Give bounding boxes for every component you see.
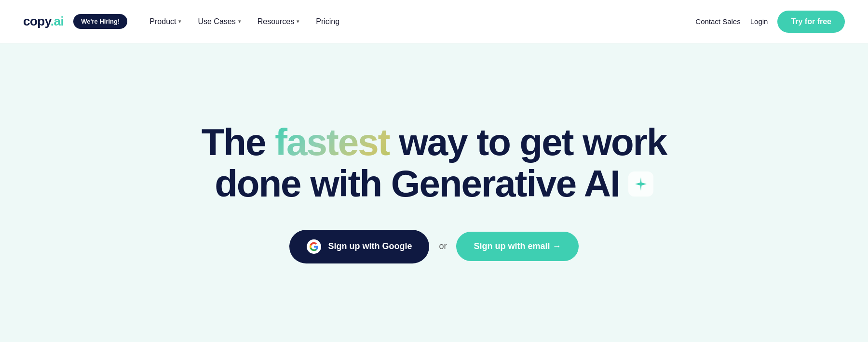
navbar: copy.ai We're Hiring! Product ▾ Use Case… xyxy=(0,0,868,43)
navbar-left: copy.ai We're Hiring! xyxy=(23,14,127,29)
nav-item-product[interactable]: Product ▾ xyxy=(143,13,188,30)
hero-title-after: way to get work xyxy=(390,121,667,163)
hero-title-done: done with Generative AI xyxy=(215,163,620,205)
hero-title-gradient: fastest xyxy=(275,121,389,163)
chevron-down-icon: ▾ xyxy=(238,18,241,25)
nav-item-pricing[interactable]: Pricing xyxy=(309,13,346,30)
navbar-right: Contact Sales Login Try for free xyxy=(695,11,845,33)
login-button[interactable]: Login xyxy=(750,17,768,26)
hiring-badge[interactable]: We're Hiring! xyxy=(73,14,127,29)
nav-item-resources[interactable]: Resources ▾ xyxy=(251,13,306,30)
logo[interactable]: copy.ai xyxy=(23,14,64,29)
hero-title-before: The xyxy=(202,121,275,163)
nav-links: Product ▾ Use Cases ▾ Resources ▾ Pricin… xyxy=(143,13,346,30)
cta-row: Sign up with Google or Sign up with emai… xyxy=(289,230,578,263)
hero-title-line1: The fastest way to get work xyxy=(202,122,667,163)
signup-google-button[interactable]: Sign up with Google xyxy=(289,230,429,263)
hero-section: The fastest way to get work done with Ge… xyxy=(0,43,868,342)
hero-title-line2: done with Generative AI xyxy=(202,163,667,205)
signup-email-label: Sign up with email → xyxy=(474,241,561,251)
sparkle-icon xyxy=(628,171,653,197)
google-icon xyxy=(307,239,321,254)
try-free-button[interactable]: Try for free xyxy=(777,11,845,33)
signup-email-button[interactable]: Sign up with email → xyxy=(456,232,578,261)
contact-sales-link[interactable]: Contact Sales xyxy=(695,17,740,26)
chevron-down-icon: ▾ xyxy=(178,18,181,25)
hero-title: The fastest way to get work done with Ge… xyxy=(202,122,667,205)
or-separator: or xyxy=(439,241,447,251)
chevron-down-icon: ▾ xyxy=(297,18,299,25)
nav-item-usecases[interactable]: Use Cases ▾ xyxy=(191,13,247,30)
signup-google-label: Sign up with Google xyxy=(328,241,412,251)
